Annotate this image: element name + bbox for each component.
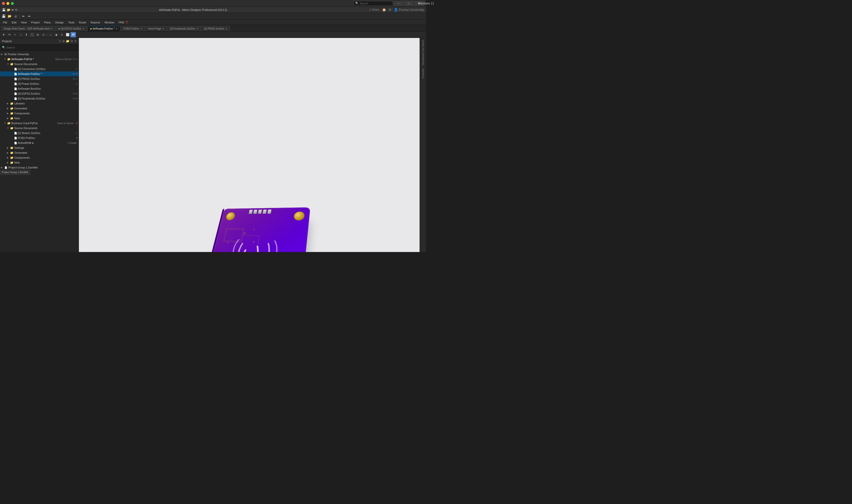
pcb-tool-box[interactable]: ⬜ xyxy=(65,32,70,37)
pcb-tool-via[interactable]: ⊕ xyxy=(35,32,40,37)
tab-pcb2-close[interactable]: ✕ xyxy=(140,28,142,30)
maximize-button[interactable]: □ xyxy=(404,1,414,6)
canvas-area[interactable]: AirReader vigue.me AV Panels xyxy=(79,38,420,252)
tree-item-projectgroup[interactable]: ▶ 📋 Project Group 1.DsnWrk Project Group… xyxy=(0,165,79,170)
search-input-top[interactable] xyxy=(360,2,391,5)
search-box-top[interactable]: 🔍 xyxy=(353,1,393,6)
create-btn[interactable]: + Create xyxy=(66,142,78,144)
pcb-tool-rect[interactable]: □ xyxy=(18,32,23,37)
tree-item-libraries[interactable]: ▶ 📁 Libraries xyxy=(0,101,79,106)
settings-icon[interactable]: ⚙ xyxy=(388,8,392,12)
tree-item-settings[interactable]: ▶ 📁 Settings xyxy=(0,145,79,150)
rp-label-props[interactable]: Properties xyxy=(422,67,424,79)
tree-item-peripherals[interactable]: 📄 [5] Peripherals.SchDoc D ✕ xyxy=(0,96,79,101)
menu-view[interactable]: View xyxy=(19,20,29,24)
tree-item-components2[interactable]: ▶ 📁 Components xyxy=(0,155,79,160)
tab-airreader-pcb[interactable]: AirReader.PcbDoc * ✕ xyxy=(88,26,120,31)
tab-esp32[interactable]: [4] ESP32.SchDoc ✕ xyxy=(56,26,87,31)
tree-item-airreader-pcb[interactable]: 📄 AirReader.PcbDoc * D ✕ xyxy=(0,71,79,76)
tab-esp32-close[interactable]: ✕ xyxy=(82,28,84,30)
pcb-tool-diamond[interactable]: ◆ xyxy=(53,32,59,37)
minimize-button-mac[interactable] xyxy=(6,2,10,5)
menu-help[interactable]: Help ❓ xyxy=(117,20,131,24)
tree-item-businesscard-proj[interactable]: ▼ 📁 Business Card.PrjPcb Save to Server … xyxy=(0,121,79,126)
toolbar-icon-5[interactable]: ➡ xyxy=(27,14,32,19)
pcb-tool-filter[interactable]: ▼ xyxy=(1,32,6,37)
tree-item-bomdoc[interactable]: 📄 AirReader.BomDoc xyxy=(0,86,79,91)
tree-arrow-businesscard: ▼ xyxy=(4,122,6,124)
tree-item-airreader-proj[interactable]: ▼ 📁 AirReader.PrjPcb * Save to Server D … xyxy=(0,57,79,61)
tree-item-pcb2[interactable]: 📄 PCB2.PcbDoc D xyxy=(0,136,79,140)
menu-place[interactable]: Place xyxy=(42,20,53,24)
tab-pn532-close[interactable]: ✕ xyxy=(225,28,227,30)
menu-edit[interactable]: Edit xyxy=(10,20,18,24)
pcb-tool-circle[interactable]: ⊙ xyxy=(41,32,46,37)
menu-project[interactable]: Project xyxy=(29,20,41,24)
sidebar-close-icon[interactable]: ✕ xyxy=(74,39,77,43)
tree-item-nets1[interactable]: ▶ 📁 Nets xyxy=(0,116,79,121)
menu-reports[interactable]: Reports xyxy=(88,20,102,24)
menu-file[interactable]: File xyxy=(1,20,10,24)
badge-d-esp32: D xyxy=(73,92,75,95)
tab-peripherals[interactable]: [5] Peripherals.SchDoc ✕ xyxy=(168,26,201,31)
tree-item-activebom[interactable]: 📄 ActiveBOM ● + Create xyxy=(0,140,79,145)
sidebar-icon-home[interactable]: ⊙ xyxy=(59,39,62,43)
tree-item-generated1[interactable]: ▶ 📁 Generated xyxy=(0,106,79,111)
user-icon[interactable]: 👤 Purdue University xyxy=(394,8,424,12)
maximize-button-mac[interactable] xyxy=(11,2,14,5)
menu-tools[interactable]: Tools xyxy=(66,20,76,24)
pcb-tool-3d[interactable]: 3D xyxy=(70,32,76,37)
save-to-server-businesscard[interactable]: Save to Server xyxy=(56,122,75,125)
pcb-tool-fill[interactable]: ⬛ xyxy=(29,32,35,37)
tree-icon-purdue: 🏛 xyxy=(4,53,7,56)
tree-item-esp32[interactable]: 📄 [4] ESP32.SchDoc D ✕ xyxy=(0,91,79,96)
tree-label-nets2: Nets xyxy=(14,161,78,164)
toolbar-icon-4[interactable]: ⬅ xyxy=(20,14,26,19)
tree-item-power[interactable]: 📄 [3] Power.SchDoc ✓ xyxy=(0,81,79,86)
tab-pcb2[interactable]: PCB2.PcbDoc ✕ xyxy=(121,26,145,31)
menu-route[interactable]: Route xyxy=(77,20,88,24)
share-icon[interactable]: ↗ Share xyxy=(369,8,379,11)
pcb-tool-add[interactable]: + xyxy=(12,32,18,37)
tab-pcb2-label: PCB2.PcbDoc xyxy=(123,28,139,30)
tab-drc-close[interactable]: ✕ xyxy=(51,28,53,30)
tab-drc[interactable]: Design Rule Check – ESP-AirReader.html ✕ xyxy=(1,26,55,31)
home-icon[interactable]: 🏠 xyxy=(382,8,386,12)
close-button-mac[interactable] xyxy=(2,2,5,5)
tree-item-sourcedocs1[interactable]: ▼ 📁 Source Documents xyxy=(0,61,79,67)
sidebar-icon-settings[interactable]: ⚙ xyxy=(70,39,73,43)
badge-check-power: ✓ xyxy=(75,82,78,86)
tree-item-generated2[interactable]: ▶ 📁 Generated xyxy=(0,150,79,155)
tab-homepage[interactable]: Home Page ✕ xyxy=(145,26,167,31)
sidebar-icon-add[interactable]: ⊕ xyxy=(63,39,65,43)
menu-window[interactable]: Window xyxy=(103,20,116,24)
pcb-tool-square[interactable]: □ xyxy=(48,32,53,37)
tree-item-pn532[interactable]: 📄 [2] PN532.SchDoc D ✓ xyxy=(0,76,79,81)
tree-item-sheet1[interactable]: 📄 [1] Sheet1.SchDoc ✓ xyxy=(0,130,79,136)
tree-item-connectors[interactable]: 📄 [1] Connectors.SchDoc ✓ xyxy=(0,67,79,71)
save-to-server-airreader[interactable]: Save to Server xyxy=(54,58,72,60)
search-input[interactable] xyxy=(6,46,77,49)
tree-item-purdue[interactable]: ▶ 🏛 Purdue University xyxy=(0,52,79,57)
rp-label-mfr[interactable]: Manufacturer Part Search xyxy=(422,39,424,66)
tab-homepage-close[interactable]: ✕ xyxy=(162,28,164,30)
tab-pn532[interactable]: [2] PN532.SchDoc ✕ xyxy=(202,26,230,31)
pcb-tool-up[interactable]: ⬆ xyxy=(24,32,29,37)
toolbar-icon-1[interactable]: 💾 xyxy=(1,14,6,19)
tree-item-components1[interactable]: ▶ 📁 Components xyxy=(0,111,79,116)
toolbar-icon-3[interactable]: 🖨 xyxy=(13,14,18,19)
pcb-tool-text[interactable]: A xyxy=(59,32,65,37)
tabs-row: Design Rule Check – ESP-AirReader.html ✕… xyxy=(0,25,426,32)
minimize-button[interactable]: ─ xyxy=(394,1,403,6)
search-icon-top: 🔍 xyxy=(355,2,359,5)
tree-item-sourcedocs2[interactable]: ▼ 📁 Source Documents xyxy=(0,126,79,130)
toolbar-row: 💾 📂 🖨 ⬅ ➡ xyxy=(0,13,426,20)
menu-design[interactable]: Design xyxy=(53,20,66,24)
pcb-tool-route[interactable]: ⟲ xyxy=(7,32,12,37)
toolbar-icon-2[interactable]: 📂 xyxy=(7,14,12,19)
sidebar-icon-folder[interactable]: 📁 xyxy=(66,39,70,43)
tree-item-nets2[interactable]: ▶ 📁 Nets xyxy=(0,160,79,165)
tab-peripherals-close[interactable]: ✕ xyxy=(196,28,198,30)
traffic-lights xyxy=(2,2,14,5)
tab-airreader-close[interactable]: ✕ xyxy=(116,28,118,30)
